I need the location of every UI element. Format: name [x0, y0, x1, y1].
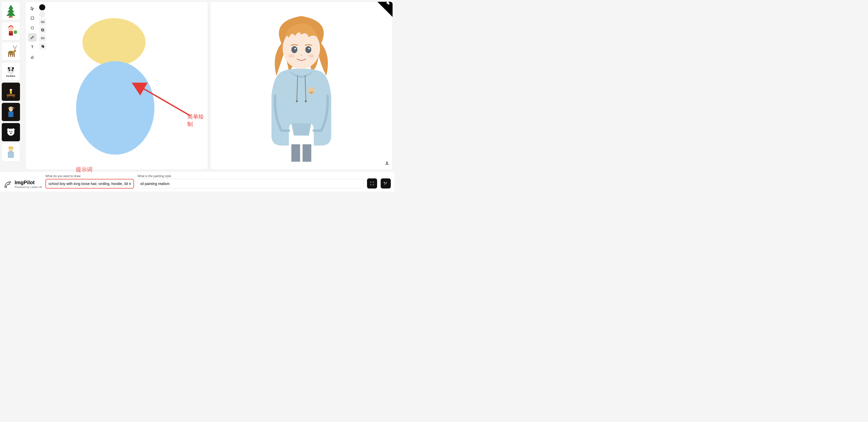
svg-rect-12 — [12, 54, 13, 57]
svg-rect-40 — [41, 29, 43, 31]
canvas-svg[interactable] — [26, 2, 208, 169]
svg-point-49 — [288, 54, 294, 58]
github-corner[interactable] — [377, 2, 393, 17]
shape-body[interactable] — [76, 61, 154, 155]
tool-eraser[interactable] — [28, 52, 37, 61]
template-panda[interactable]: PANDA — [2, 62, 20, 81]
svg-rect-24 — [7, 96, 8, 98]
brand-logo-icon — [4, 180, 12, 189]
svg-rect-29 — [8, 111, 13, 117]
style-label: What is the painting style — [137, 174, 364, 178]
svg-rect-7 — [9, 34, 13, 34]
panda-label: PANDA — [6, 75, 16, 77]
svg-point-38 — [31, 27, 34, 29]
bottom-bar: ImgPilot Powered by Lepton AI 提示词 What d… — [0, 171, 394, 192]
svg-rect-6 — [9, 31, 13, 36]
tool-pointer[interactable] — [28, 4, 37, 13]
svg-rect-42 — [42, 46, 44, 48]
template-deer[interactable] — [2, 42, 20, 61]
shape-head[interactable] — [83, 18, 146, 66]
prompt-field-group: What do you want to draw — [45, 174, 134, 189]
svg-point-34 — [11, 131, 12, 132]
svg-rect-11 — [10, 54, 11, 57]
style-duplicate[interactable] — [39, 43, 46, 50]
svg-point-52 — [305, 100, 307, 102]
svg-rect-39 — [42, 29, 44, 31]
svg-rect-13 — [14, 54, 15, 57]
prompt-label: What do you want to draw — [45, 174, 134, 178]
svg-point-4 — [8, 27, 13, 32]
brand-title: ImgPilot — [15, 180, 42, 186]
style-field-group: What is the painting style — [137, 174, 364, 189]
brand: ImgPilot Powered by Lepton AI — [4, 180, 42, 189]
svg-rect-54 — [291, 144, 300, 162]
svg-point-31 — [7, 128, 10, 131]
svg-point-18 — [12, 67, 14, 69]
tool-pencil[interactable] — [28, 33, 37, 42]
style-copy[interactable] — [39, 27, 46, 34]
svg-point-22 — [12, 70, 12, 70]
svg-point-32 — [12, 128, 15, 131]
download-button[interactable] — [384, 160, 390, 166]
svg-rect-25 — [13, 96, 14, 98]
svg-rect-1 — [10, 16, 12, 18]
svg-rect-37 — [31, 17, 34, 20]
svg-point-8 — [14, 30, 17, 34]
svg-point-5 — [13, 26, 15, 27]
template-hoodie-boy[interactable] — [2, 143, 20, 162]
svg-rect-2 — [9, 17, 10, 18]
svg-point-27 — [10, 89, 12, 91]
svg-rect-3 — [12, 17, 13, 18]
svg-point-21 — [10, 70, 10, 70]
style-link-2[interactable] — [39, 35, 46, 42]
template-boy-blue[interactable] — [2, 103, 20, 121]
svg-marker-0 — [6, 5, 16, 16]
fullscreen-button[interactable] — [367, 178, 377, 189]
svg-point-51 — [296, 100, 298, 102]
style-input[interactable] — [137, 179, 364, 189]
svg-point-17 — [8, 67, 10, 69]
drawing-canvas-panel: 简单绘制 — [25, 2, 208, 170]
template-beer[interactable] — [2, 83, 20, 101]
style-link-1[interactable] — [39, 19, 46, 26]
template-christmas-tree[interactable] — [2, 2, 20, 20]
style-column — [39, 4, 46, 50]
svg-rect-15 — [9, 51, 12, 53]
svg-point-14 — [14, 50, 16, 52]
color-swatch[interactable] — [39, 4, 46, 10]
svg-rect-55 — [303, 144, 311, 162]
tool-rectangle[interactable] — [28, 14, 37, 23]
transparent-swatch[interactable] — [39, 11, 46, 18]
svg-point-50 — [308, 54, 314, 58]
tools-toolbar — [28, 4, 37, 61]
svg-point-28 — [9, 107, 13, 111]
tool-circle[interactable] — [28, 24, 37, 32]
template-santa[interactable] — [2, 22, 20, 40]
brand-subtitle: Powered by Lepton AI — [15, 186, 42, 189]
svg-point-35 — [10, 133, 12, 134]
svg-rect-10 — [8, 54, 9, 57]
template-polar-bear[interactable] — [2, 123, 20, 141]
svg-point-47 — [305, 46, 311, 53]
svg-point-48 — [308, 48, 310, 49]
svg-point-33 — [9, 131, 10, 132]
tool-text[interactable] — [28, 43, 37, 51]
svg-point-46 — [294, 48, 296, 49]
prompt-input[interactable] — [45, 179, 134, 189]
templates-sidebar: PANDA — [2, 2, 23, 170]
magic-button[interactable] — [381, 178, 391, 189]
generated-image — [251, 6, 351, 165]
svg-point-45 — [291, 46, 298, 53]
result-panel — [210, 2, 393, 170]
